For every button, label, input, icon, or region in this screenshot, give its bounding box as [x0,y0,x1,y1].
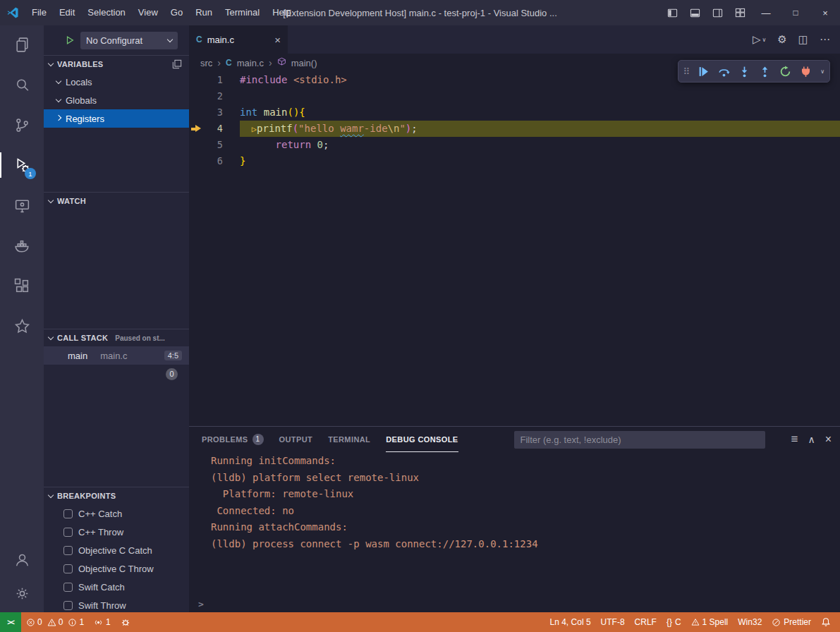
accounts-button[interactable] [0,549,44,570]
panel-tab-terminal[interactable]: TERMINAL [328,427,370,452]
code-line[interactable]: 6} [189,153,840,169]
filter-lines-icon[interactable]: ≡ [791,432,798,446]
ports-indicator[interactable]: 1 [89,612,116,632]
console-filter-input[interactable] [514,431,765,449]
settings-button[interactable] [0,583,44,604]
cursor-position[interactable]: Ln 4, Col 5 [545,612,596,632]
window-title: [Extension Development Host] main.c - te… [283,8,556,18]
checkbox-unchecked-icon[interactable] [63,564,73,573]
breakpoint-item[interactable]: C++ Catch [44,504,189,523]
maximize-button[interactable]: □ [781,0,810,25]
menu-file[interactable]: File [25,0,53,25]
variables-item-globals[interactable]: Globals [44,91,189,109]
breakpoints-section-header[interactable]: BREAKPOINTS [44,487,189,504]
breadcrumb-file[interactable]: main.c [237,58,264,68]
chevron-down-icon[interactable]: ∨ [820,68,824,75]
run-menu-button[interactable]: ▷∨ [753,33,766,46]
step-over-button[interactable] [717,64,731,78]
drag-grip-icon[interactable]: ⠿ [683,66,690,77]
menu-terminal[interactable]: Terminal [219,0,266,25]
activity-favorites[interactable] [0,315,44,336]
broadcast-icon [94,618,103,627]
disconnect-button[interactable] [798,64,812,78]
breakpoint-gutter[interactable] [189,88,205,104]
panel-tab-output[interactable]: OUTPUT [279,427,313,452]
menu-edit[interactable]: Edit [53,0,81,25]
start-debugging-icon[interactable] [65,35,75,45]
notifications-button[interactable] [816,612,836,632]
checkbox-unchecked-icon[interactable] [63,583,73,592]
encoding-indicator[interactable]: UTF-8 [596,612,630,632]
code-editor[interactable]: 1#include <stdio.h>23int main(){4 printf… [189,72,840,426]
variables-section-header[interactable]: VARIABLES [44,56,189,73]
step-into-button[interactable] [737,64,751,78]
breakpoint-item[interactable]: Swift Catch [44,578,189,596]
callstack-frame[interactable]: main main.c 4:5 [44,346,189,365]
remote-indicator[interactable]: >< [0,612,21,632]
language-indicator[interactable]: {} C [662,612,686,632]
breakpoint-item[interactable]: C++ Throw [44,523,189,541]
close-window-button[interactable]: × [810,0,840,25]
spell-checker-indicator[interactable]: 1 Spell [686,612,734,632]
breakpoint-item[interactable]: Objective C Catch [44,541,189,559]
menu-go[interactable]: Go [164,0,189,25]
activity-search[interactable] [0,74,44,95]
close-panel-icon[interactable]: × [825,433,832,446]
debug-status-indicator[interactable] [116,612,135,632]
breadcrumb-symbol[interactable]: main() [291,58,317,68]
formatter-indicator[interactable]: Prettier [767,612,816,632]
checkbox-unchecked-icon[interactable] [63,509,73,518]
breakpoint-item[interactable]: Swift Throw [44,596,189,612]
split-editor-icon[interactable]: ◫ [798,33,808,46]
toggle-sidebar-icon[interactable] [661,0,683,25]
activity-remote-explorer[interactable] [0,195,44,216]
debug-console-output[interactable]: Running initCommands:(lldb) platform sel… [189,452,840,612]
checkbox-unchecked-icon[interactable] [63,528,73,537]
code-line[interactable]: 3int main(){ [189,104,840,121]
more-actions-icon[interactable]: ⋯ [820,33,830,46]
breakpoint-gutter[interactable] [189,72,205,88]
watch-section-header[interactable]: WATCH [44,193,189,209]
activity-explorer[interactable] [0,34,44,55]
code-line[interactable]: 4 printf("hello wamr-ide\n"); [189,121,840,137]
section-action-icon[interactable] [172,59,182,69]
callstack-section-header[interactable]: CALL STACK Paused on st... [44,329,189,346]
panel-tab-problems[interactable]: PROBLEMS1 [202,427,264,452]
maximize-panel-icon[interactable]: ∧ [808,434,815,445]
code-line[interactable]: 2 [189,88,840,104]
activity-extensions[interactable] [0,275,44,296]
code-line[interactable]: 5 return 0; [189,137,840,153]
variables-item-locals[interactable]: Locals [44,73,189,91]
gear-icon[interactable]: ⚙ [777,33,786,46]
breadcrumb-folder[interactable]: src [200,58,212,68]
platform-indicator[interactable]: Win32 [733,612,767,632]
panel-tab-debug-console[interactable]: DEBUG CONSOLE [386,427,458,452]
checkbox-unchecked-icon[interactable] [63,546,73,555]
close-tab-icon[interactable]: × [274,34,281,46]
activity-source-control[interactable] [0,114,44,135]
debug-config-dropdown[interactable]: No Configurat [80,32,178,49]
breakpoint-gutter[interactable] [189,104,205,121]
activity-docker[interactable] [0,235,44,256]
menu-view[interactable]: View [132,0,164,25]
restart-button[interactable] [778,64,792,78]
minimize-button[interactable]: — [751,0,781,25]
console-prompt-icon[interactable]: > [198,599,204,609]
variables-item-registers[interactable]: Registers [44,109,189,128]
breakpoint-item[interactable]: Objective C Throw [44,559,189,578]
eol-indicator[interactable]: CRLF [630,612,662,632]
breakpoint-gutter[interactable] [189,121,205,137]
continue-button[interactable] [696,64,710,78]
toggle-secondary-sidebar-icon[interactable] [706,0,729,25]
menu-selection[interactable]: Selection [81,0,131,25]
step-out-button[interactable] [757,64,772,78]
problems-indicator[interactable]: 0 0 1 [21,612,89,632]
tab-main-c[interactable]: C main.c × [189,25,288,54]
checkbox-unchecked-icon[interactable] [63,601,73,610]
breakpoint-gutter[interactable] [189,137,205,153]
menu-run[interactable]: Run [189,0,219,25]
customize-layout-icon[interactable] [729,0,751,25]
breakpoint-gutter[interactable] [189,153,205,169]
activity-run-debug[interactable]: 1 [0,154,44,176]
toggle-panel-icon[interactable] [683,0,706,25]
